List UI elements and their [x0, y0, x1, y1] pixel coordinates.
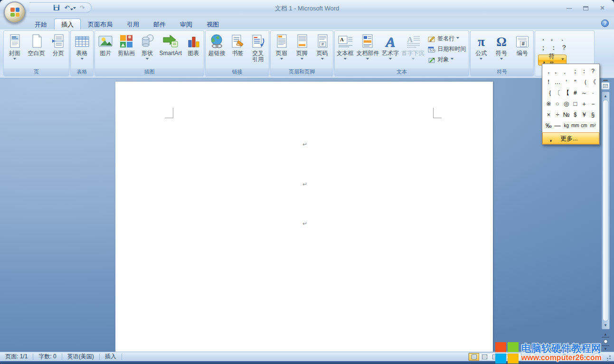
picture-button[interactable]: 图片 [97, 32, 113, 56]
status-word-count[interactable]: 字数: 0 [33, 352, 61, 361]
chart-button[interactable]: 图表 [186, 32, 201, 56]
more-symbols-button[interactable]: ， 更多... [542, 132, 599, 144]
number-button[interactable]: # 编号 [516, 32, 529, 56]
symbol-cell[interactable]: 〔 [553, 87, 562, 98]
help-button[interactable]: ? [601, 19, 609, 27]
symbol-cell[interactable]: － [588, 98, 597, 109]
scroll-down-button[interactable]: ▼ [602, 321, 609, 329]
symbol-cell[interactable]: § [588, 109, 597, 120]
status-insert-mode[interactable]: 插入 [100, 352, 122, 361]
resize-grip[interactable] [605, 354, 611, 360]
symbol-cell[interactable]: ； [571, 65, 580, 76]
maximize-button[interactable] [579, 4, 593, 12]
symbol-cell[interactable]: 、 [562, 65, 571, 76]
vertical-scrollbar[interactable]: ▲ ▼ [602, 92, 610, 329]
symbol-cell[interactable]: ～ [580, 87, 589, 98]
symbol-cell[interactable]: ◎ [562, 98, 571, 109]
symbol-cell[interactable]: — [553, 120, 562, 131]
symbol-cell[interactable]: ： [580, 65, 589, 76]
shapes-button[interactable]: 形状 [139, 32, 155, 61]
print-layout-view-button[interactable] [469, 353, 479, 361]
symbol-cell[interactable]: ＋ [580, 98, 589, 109]
status-page-count[interactable]: 页面: 1/1 [0, 352, 33, 361]
draft-view-button[interactable] [510, 353, 521, 361]
ruler-toggle-button[interactable] [601, 82, 610, 90]
symbol-cell[interactable]: ， [544, 65, 553, 76]
tab-insert[interactable]: 插入 [54, 19, 81, 29]
symbol-cell[interactable]: ‰ [544, 120, 553, 131]
symbol-cell[interactable]: 【 [562, 87, 571, 98]
symbol-cell[interactable]: ？ [588, 65, 597, 76]
symbol-cell[interactable]: ＃ [571, 87, 580, 98]
symbol-cell[interactable]: ※ [544, 98, 553, 109]
symbol-cell[interactable]: 。 [553, 65, 562, 76]
clipart-button[interactable]: 剪贴画 [118, 32, 135, 56]
gallery-symbol[interactable]: ： [548, 43, 559, 53]
office-button[interactable] [4, 1, 26, 23]
symbol-cell[interactable]: ‘ [562, 76, 571, 87]
tab-mailings[interactable]: 邮件 [146, 19, 173, 29]
gallery-symbol[interactable]: 、 [559, 33, 569, 43]
date-time-button[interactable]: 5 日期和时间 [428, 45, 466, 53]
equation-button[interactable]: π 公式 [475, 32, 487, 61]
symbol-cell[interactable]: ＄ [571, 109, 580, 120]
symbol-cell[interactable]: ！ [544, 76, 553, 87]
zoom-slider[interactable] [539, 353, 590, 360]
table-button[interactable]: 表格 [75, 32, 90, 61]
outline-view-button[interactable] [500, 353, 510, 361]
document-page[interactable]: ↵ ↵ ↵ [115, 82, 493, 352]
object-button[interactable]: 对象 [428, 56, 466, 64]
symbol-button[interactable]: Ω 符号 [496, 32, 507, 61]
symbol-cell[interactable]: · [588, 87, 597, 98]
symbol-cell[interactable]: 《 [588, 76, 597, 87]
tab-review[interactable]: 审阅 [173, 19, 199, 29]
zoom-slider-thumb[interactable] [561, 354, 567, 360]
tab-page-layout[interactable]: 页面布局 [81, 19, 120, 29]
wordart-button[interactable]: A 艺术字 [382, 32, 399, 61]
symbol-cell[interactable]: “ [571, 76, 580, 87]
previous-page-button[interactable]: ▲ [602, 331, 609, 337]
page-number-button[interactable]: # 页码 [315, 32, 330, 61]
tab-view[interactable]: 视图 [199, 19, 226, 29]
symbol-cell[interactable]: kg [562, 120, 571, 131]
symbol-cell[interactable]: × [544, 109, 553, 120]
web-layout-view-button[interactable] [490, 353, 500, 361]
split-handle[interactable] [603, 80, 608, 81]
symbol-cell[interactable]: □ [571, 98, 580, 109]
tab-home[interactable]: 开始 [28, 19, 54, 29]
header-button[interactable]: 页眉 [274, 32, 289, 61]
status-language[interactable]: 英语(美国) [62, 352, 99, 361]
text-box-button[interactable]: A 文本框 [337, 32, 354, 61]
symbol-cell[interactable]: ÷ [553, 109, 562, 120]
blank-page-button[interactable]: 空白页 [28, 32, 45, 56]
symbol-cell[interactable]: m² [588, 120, 597, 131]
select-browse-object-button[interactable] [602, 338, 609, 345]
signature-line-button[interactable]: 签名行 [428, 35, 466, 43]
symbol-cell[interactable]: （ [580, 76, 589, 87]
smartart-button[interactable]: SmartArt [160, 32, 182, 56]
cross-reference-button[interactable]: 交叉引用 [250, 32, 266, 63]
gallery-symbol[interactable]: ？ [559, 43, 569, 53]
cover-page-button[interactable]: 封面 [8, 32, 22, 61]
gallery-symbol[interactable]: 。 [548, 33, 559, 43]
symbol-cell[interactable]: ｛ [544, 87, 553, 98]
symbol-cell[interactable]: ￥ [580, 109, 589, 120]
symbol-cell[interactable]: ○ [553, 98, 562, 109]
close-button[interactable]: ✕ [595, 4, 609, 12]
full-screen-reading-view-button[interactable] [479, 353, 490, 361]
zoom-out-button[interactable]: − [529, 353, 536, 360]
quick-parts-button[interactable]: 文档部件 [356, 32, 379, 61]
zoom-in-button[interactable]: + [593, 353, 600, 360]
tab-references[interactable]: 引用 [120, 19, 146, 29]
symbol-cell[interactable]: mm [571, 120, 580, 131]
gallery-symbol[interactable]: ， [538, 33, 548, 43]
minimize-button[interactable]: — [562, 4, 576, 12]
gallery-symbol[interactable]: ； [538, 43, 548, 53]
hyperlink-button[interactable]: 超链接 [208, 32, 226, 56]
symbol-cell[interactable]: … [553, 76, 562, 87]
symbol-cell[interactable]: cm [580, 120, 589, 131]
drop-cap-button[interactable]: A 首字下沉 [402, 32, 425, 61]
scroll-up-button[interactable]: ▲ [602, 92, 609, 100]
bookmark-button[interactable]: 书签 [230, 32, 245, 56]
page-break-button[interactable]: 分页 [51, 32, 66, 56]
